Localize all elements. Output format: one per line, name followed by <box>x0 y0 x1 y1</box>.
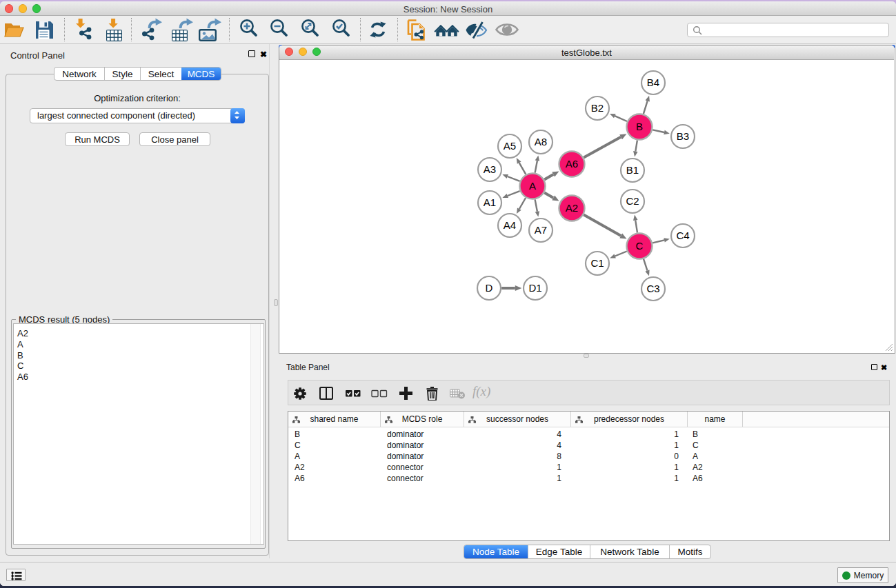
svg-text:A5: A5 <box>504 140 516 152</box>
svg-text:A: A <box>529 180 536 192</box>
svg-text:A3: A3 <box>484 163 496 175</box>
svg-text:B: B <box>636 121 643 132</box>
svg-text:A1: A1 <box>484 196 496 208</box>
svg-text:C2: C2 <box>626 195 639 207</box>
svg-text:D1: D1 <box>528 282 541 294</box>
svg-text:B2: B2 <box>591 102 604 114</box>
svg-text:A7: A7 <box>535 224 547 236</box>
svg-text:B1: B1 <box>626 164 639 176</box>
svg-text:B4: B4 <box>647 77 659 88</box>
svg-text:D: D <box>486 282 493 294</box>
svg-text:A8: A8 <box>535 136 547 148</box>
svg-text:C4: C4 <box>676 230 689 241</box>
svg-text:A2: A2 <box>566 202 578 214</box>
svg-text:C1: C1 <box>590 257 604 269</box>
svg-text:B3: B3 <box>677 130 689 142</box>
svg-text:A6: A6 <box>566 158 578 170</box>
svg-text:C: C <box>636 240 644 252</box>
svg-text:A4: A4 <box>504 219 516 231</box>
svg-text:C3: C3 <box>646 283 659 294</box>
